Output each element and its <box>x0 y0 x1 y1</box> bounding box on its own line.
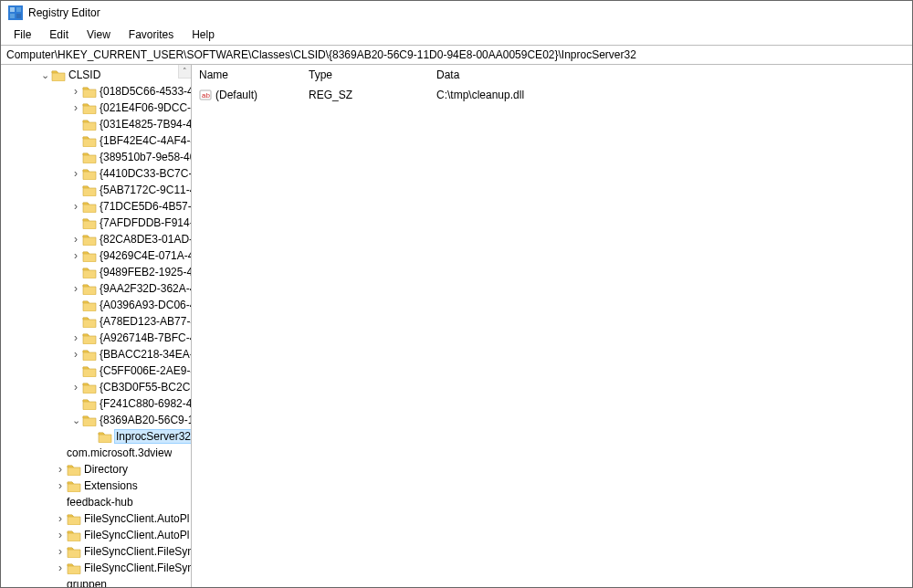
folder-icon <box>82 85 97 98</box>
column-header-name[interactable]: Name <box>192 66 301 84</box>
tree-label: {A0396A93-DC06-4 <box>100 299 191 311</box>
tree-label: {A926714B-7BFC-4 <box>100 331 191 344</box>
chevron-right-icon[interactable] <box>70 349 81 360</box>
tree-row[interactable]: FileSyncClient.AutoPl <box>1 527 191 543</box>
tree-row[interactable]: {BBACC218-34EA-4 <box>1 346 191 362</box>
tree-row[interactable]: {9489FEB2-1925-4D <box>1 264 191 280</box>
tree-label: InprocServer32 <box>115 430 191 443</box>
tree-row[interactable]: {94269C4E-071A-4 <box>1 247 191 264</box>
tree-row[interactable]: {CB3D0F55-BC2C-4 <box>1 379 191 395</box>
chevron-right-icon[interactable] <box>70 86 81 97</box>
chevron-right-icon[interactable] <box>70 102 81 113</box>
tree-row[interactable]: {021E4F06-9DCC-4 <box>1 100 191 116</box>
tree-row[interactable]: {7AFDFDDB-F914-1 <box>1 215 191 231</box>
value-name-cell: (Default) <box>192 89 301 101</box>
folder-icon <box>98 430 112 443</box>
tree-row[interactable]: FileSyncClient.FileSyn <box>1 543 191 560</box>
folder-icon <box>67 479 81 492</box>
tree-label: FileSyncClient.AutoPl <box>84 529 189 541</box>
chevron-right-icon[interactable] <box>55 464 66 475</box>
chevron-right-icon[interactable] <box>70 201 81 212</box>
chevron-right-icon[interactable] <box>55 546 66 557</box>
chevron-right-icon[interactable] <box>55 480 66 491</box>
tree-label: gruppen <box>67 578 107 587</box>
tree-row[interactable]: feedback-hub <box>1 494 191 510</box>
chevron-right-icon[interactable] <box>70 234 81 245</box>
tree-row[interactable]: InprocServer32 <box>1 428 191 445</box>
tree-pane[interactable]: ˄ CLSID {018D5C66-4533-4{021E4F06-9DCC-4… <box>1 65 192 587</box>
tree-row[interactable]: Directory <box>1 461 191 478</box>
menu-view[interactable]: View <box>79 26 118 43</box>
tree-label: {94269C4E-071A-4 <box>100 249 191 262</box>
folder-icon <box>82 331 97 344</box>
tree-label: {5AB7172C-9C11-4 <box>100 184 191 196</box>
tree-label: {F241C880-6982-4C <box>100 397 191 410</box>
tree-label: {CB3D0F55-BC2C-4 <box>100 381 191 394</box>
tree-row[interactable]: {82CA8DE3-01AD-4 <box>1 231 191 247</box>
folder-icon <box>82 101 97 114</box>
tree-label: {A78ED123-AB77-4 <box>100 315 191 328</box>
value-row[interactable]: (Default)REG_SZC:\tmp\cleanup.dll <box>192 87 912 103</box>
tree-row[interactable]: {4410DC33-BC7C-4 <box>1 165 191 182</box>
tree-label: feedback-hub <box>67 496 133 509</box>
folder-icon <box>67 545 81 558</box>
tree-row[interactable]: {9AA2F32D-362A-4 <box>1 280 191 297</box>
tree-label: com.microsoft.3dview <box>67 446 172 459</box>
chevron-right-icon[interactable] <box>55 562 66 573</box>
chevron-right-icon[interactable] <box>55 530 66 541</box>
folder-icon <box>82 266 97 278</box>
tree-label: {021E4F06-9DCC-4 <box>100 101 191 114</box>
tree-row[interactable]: {8369AB20-56C9-1 <box>1 412 191 428</box>
address-input[interactable] <box>5 47 908 62</box>
tree-label: {018D5C66-4533-4 <box>100 85 191 98</box>
tree-label: {4410DC33-BC7C-4 <box>100 167 191 180</box>
tree-row[interactable]: {A78ED123-AB77-4 <box>1 313 191 330</box>
chevron-down-icon[interactable] <box>70 415 81 425</box>
addressbar <box>1 45 912 65</box>
chevron-right-icon[interactable] <box>70 332 81 343</box>
tree-row[interactable]: Extensions <box>1 478 191 494</box>
folder-icon <box>82 364 97 377</box>
folder-icon <box>67 463 81 476</box>
chevron-right-icon[interactable] <box>70 382 81 393</box>
menu-help[interactable]: Help <box>184 26 222 43</box>
tree-row[interactable]: {71DCE5D6-4B57-4 <box>1 198 191 215</box>
tree-row[interactable]: {389510b7-9e58-40 <box>1 149 191 165</box>
chevron-right-icon[interactable] <box>70 250 81 261</box>
chevron-down-icon[interactable] <box>39 69 50 80</box>
tree-row[interactable]: {A926714B-7BFC-4 <box>1 330 191 346</box>
tree-label: {BBACC218-34EA-4 <box>100 348 191 361</box>
tree-row[interactable]: com.microsoft.3dview <box>1 445 191 461</box>
tree-row[interactable]: {A0396A93-DC06-4 <box>1 297 191 313</box>
tree-row[interactable]: {1BF42E4C-4AF4-4 <box>1 132 191 149</box>
value-name: (Default) <box>215 89 257 101</box>
chevron-right-icon[interactable] <box>70 168 81 179</box>
menu-favorites[interactable]: Favorites <box>121 26 181 43</box>
tree-label: CLSID <box>68 68 100 81</box>
tree-row[interactable]: {018D5C66-4533-4 <box>1 83 191 100</box>
tree-label: {031E4825-7B94-4d <box>100 118 191 131</box>
tree-row[interactable]: {F241C880-6982-4C <box>1 395 191 412</box>
tree-row[interactable]: {C5FF006E-2AE9-4 <box>1 362 191 379</box>
chevron-right-icon[interactable] <box>55 513 66 524</box>
chevron-right-icon[interactable] <box>70 283 81 294</box>
column-header-data[interactable]: Data <box>429 66 912 84</box>
tree-label: {C5FF006E-2AE9-4 <box>100 364 191 377</box>
window-title: Registry Editor <box>28 6 100 19</box>
folder-icon <box>82 397 97 410</box>
menu-edit[interactable]: Edit <box>42 26 76 43</box>
value-type-cell: REG_SZ <box>301 89 429 101</box>
tree-row[interactable]: {031E4825-7B94-4d <box>1 116 191 132</box>
tree-row-root[interactable]: CLSID <box>1 67 191 83</box>
regedit-app-icon <box>8 5 23 20</box>
tree-row[interactable]: FileSyncClient.FileSyn <box>1 560 191 576</box>
folder-icon <box>67 562 81 574</box>
tree-row[interactable]: {5AB7172C-9C11-4 <box>1 182 191 198</box>
values-header: Name Type Data <box>192 65 912 85</box>
tree-row[interactable]: gruppen <box>1 576 191 587</box>
menu-file[interactable]: File <box>6 26 38 43</box>
tree-row[interactable]: FileSyncClient.AutoPl <box>1 510 191 527</box>
tree-label: Extensions <box>84 479 138 492</box>
folder-icon <box>82 381 97 394</box>
column-header-type[interactable]: Type <box>301 66 429 84</box>
